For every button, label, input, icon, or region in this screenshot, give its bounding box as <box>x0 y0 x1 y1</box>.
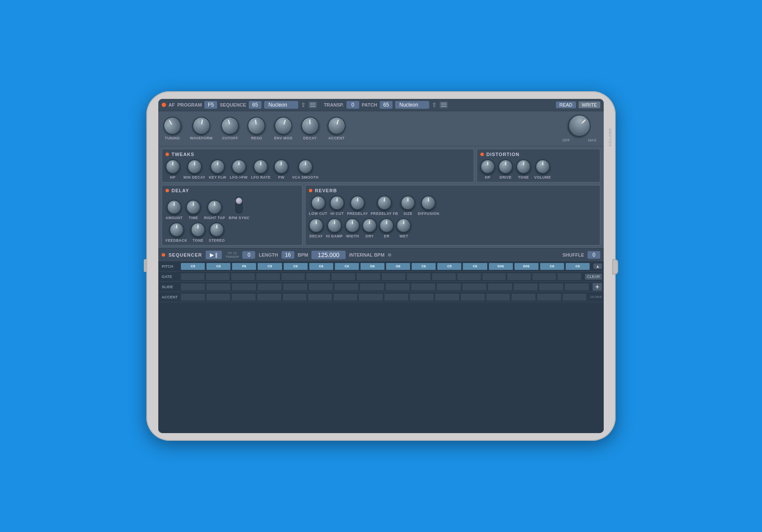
envmod-knob[interactable] <box>272 114 295 137</box>
pitch-cell[interactable]: C6 <box>309 263 334 270</box>
accent-cell[interactable] <box>231 293 256 301</box>
pitch-cell[interactable]: C6 <box>411 263 436 270</box>
bpm-value[interactable]: 125.000 <box>311 251 346 259</box>
lowcut-knob[interactable] <box>311 196 326 210</box>
up-arrow-button[interactable]: ▲ <box>593 263 602 269</box>
write-button[interactable]: WRITE <box>579 101 600 108</box>
hidamp-knob[interactable] <box>327 218 342 233</box>
accent-cell[interactable] <box>282 293 307 301</box>
pitch-cell[interactable]: C6 <box>334 263 359 270</box>
accent-cell[interactable] <box>435 293 460 301</box>
gate-cell[interactable] <box>532 273 556 280</box>
gate-cell[interactable] <box>381 273 406 280</box>
read-button[interactable]: READ <box>556 101 576 108</box>
pitch-cell[interactable]: D#6 <box>489 263 513 270</box>
volume-dist-knob[interactable] <box>535 159 550 174</box>
transp-value[interactable]: 0 <box>242 251 255 259</box>
program-value[interactable]: F5 <box>204 101 217 109</box>
hp-dist-knob[interactable] <box>480 159 495 174</box>
pitch-cell[interactable]: C6 <box>565 263 590 270</box>
slide-cell[interactable] <box>308 283 333 291</box>
mindecay-knob[interactable] <box>187 159 202 174</box>
clear-button[interactable]: CLEAR <box>585 274 602 280</box>
time-knob[interactable] <box>186 200 201 214</box>
tablet-home-button[interactable] <box>612 259 618 275</box>
size-knob[interactable] <box>401 196 415 210</box>
accent-cell[interactable] <box>562 293 587 301</box>
patch-share-icon[interactable]: ⇪ <box>432 101 437 108</box>
patch-toggle[interactable] <box>439 101 448 108</box>
sequence-value[interactable]: 65 <box>249 101 262 109</box>
slide-cell[interactable] <box>436 283 461 291</box>
accent-cell[interactable] <box>511 293 536 301</box>
tuning-knob[interactable] <box>160 113 184 138</box>
predelay-knob[interactable] <box>350 196 365 210</box>
gate-cell[interactable] <box>256 273 280 280</box>
gate-cell[interactable] <box>507 273 531 280</box>
slide-cell[interactable] <box>513 283 538 291</box>
width-knob[interactable] <box>345 218 360 233</box>
sequence-share-icon[interactable]: ⇪ <box>301 101 306 108</box>
pitch-cell[interactable]: G6 <box>386 263 410 270</box>
slide-cell[interactable] <box>334 283 359 291</box>
gate-cell[interactable] <box>180 273 205 280</box>
gate-cell[interactable] <box>331 273 355 280</box>
pitch-cell[interactable]: D#6 <box>514 263 539 270</box>
pitch-cell[interactable]: C5 <box>437 263 462 270</box>
bpm-sync-toggle[interactable] <box>234 196 244 214</box>
accent-cell[interactable] <box>180 293 205 301</box>
patch-value[interactable]: 65 <box>380 101 393 109</box>
play-pause-button[interactable]: ▶ ‖ <box>206 251 222 259</box>
length-value[interactable]: 16 <box>282 251 294 259</box>
lfopw-knob[interactable] <box>232 159 246 174</box>
gate-cell[interactable] <box>557 273 582 280</box>
accent-knob[interactable] <box>326 115 347 136</box>
gate-cell[interactable] <box>482 273 506 280</box>
slide-cell[interactable] <box>462 283 487 291</box>
accent-cell[interactable] <box>206 293 231 301</box>
hicut-knob[interactable] <box>330 196 344 210</box>
sequence-toggle[interactable] <box>308 101 317 108</box>
pitch-cell[interactable]: C6 <box>540 263 564 270</box>
sequence-name[interactable]: Nucleon <box>264 101 298 109</box>
pitch-cell[interactable]: C5 <box>180 263 205 270</box>
patch-name[interactable]: Nucleon <box>395 101 429 109</box>
slide-cell[interactable] <box>360 283 384 291</box>
accent-cell[interactable] <box>537 293 561 301</box>
volume-knob[interactable] <box>564 111 595 142</box>
slide-cell[interactable] <box>564 283 589 291</box>
amount-knob[interactable] <box>167 200 181 214</box>
predelay-fb-knob[interactable] <box>377 196 392 210</box>
gate-cell[interactable] <box>206 273 230 280</box>
slide-cell[interactable] <box>385 283 410 291</box>
gate-cell[interactable] <box>356 273 381 280</box>
accent-cell[interactable] <box>308 293 332 301</box>
gate-cell[interactable] <box>306 273 330 280</box>
dry-knob[interactable] <box>362 218 377 233</box>
shuffle-value[interactable]: 0 <box>587 251 600 259</box>
accent-cell[interactable] <box>358 293 383 301</box>
slide-cell[interactable] <box>232 283 256 291</box>
waveform-knob[interactable] <box>191 116 212 136</box>
slide-cell[interactable] <box>257 283 282 291</box>
gate-cell[interactable] <box>407 273 431 280</box>
slide-cell[interactable] <box>488 283 512 291</box>
vcasmooth-knob[interactable] <box>298 159 313 174</box>
accent-cell[interactable] <box>333 293 358 301</box>
gate-cell[interactable] <box>457 273 481 280</box>
transp-value[interactable]: 0 <box>346 101 359 109</box>
slide-cell[interactable] <box>180 283 205 291</box>
lforate-knob[interactable] <box>253 159 268 174</box>
accent-cell[interactable] <box>486 293 511 301</box>
slide-cell[interactable] <box>283 283 308 291</box>
decay-knob[interactable] <box>300 116 320 136</box>
pw-knob[interactable] <box>274 159 288 174</box>
right-tap-knob[interactable] <box>207 200 222 214</box>
cutoff-knob[interactable] <box>219 115 241 136</box>
gate-cell[interactable] <box>231 273 255 280</box>
accent-cell[interactable] <box>410 293 434 301</box>
hp-tweaks-knob[interactable] <box>166 159 180 174</box>
pitch-cell[interactable]: F6 <box>232 263 256 270</box>
pitch-cell[interactable]: G6 <box>360 263 385 270</box>
slide-cell[interactable] <box>539 283 564 291</box>
